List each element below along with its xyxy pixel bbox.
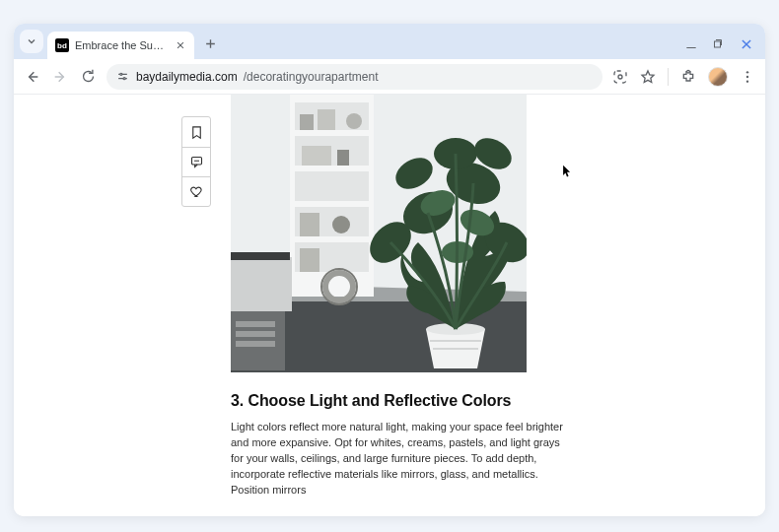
bookmark-star-button[interactable] bbox=[640, 69, 656, 85]
profile-avatar[interactable] bbox=[708, 67, 728, 87]
svg-rect-39 bbox=[300, 248, 319, 272]
close-window-button[interactable] bbox=[740, 37, 753, 51]
svg-point-20 bbox=[746, 80, 748, 82]
svg-rect-33 bbox=[318, 109, 335, 130]
page-content: 3. Choose Light and Reflective Colors Li… bbox=[14, 95, 765, 516]
mouse-cursor-icon bbox=[562, 165, 572, 178]
like-button[interactable] bbox=[182, 176, 210, 206]
tab-search-button[interactable] bbox=[20, 30, 43, 53]
svg-point-13 bbox=[123, 77, 125, 79]
maximize-button[interactable] bbox=[712, 37, 726, 51]
svg-rect-36 bbox=[337, 150, 349, 166]
svg-point-18 bbox=[746, 71, 748, 73]
address-bar[interactable]: baydailymedia.com/decoratingyourapartmen… bbox=[106, 64, 602, 90]
tab-title: Embrace the Sunshine: Dec bbox=[75, 39, 169, 51]
extensions-button[interactable] bbox=[680, 69, 696, 85]
lens-button[interactable] bbox=[612, 69, 628, 85]
article-action-rail bbox=[181, 116, 211, 207]
back-button[interactable] bbox=[24, 68, 41, 86]
bookmark-button[interactable] bbox=[182, 117, 210, 147]
minimize-button[interactable] bbox=[684, 37, 698, 51]
svg-marker-16 bbox=[642, 71, 654, 82]
toolbar-divider bbox=[668, 68, 669, 86]
site-settings-icon[interactable] bbox=[116, 70, 130, 84]
toolbar-right bbox=[612, 67, 755, 87]
svg-point-15 bbox=[618, 75, 622, 79]
svg-rect-43 bbox=[231, 252, 290, 260]
active-tab[interactable]: bd Embrace the Sunshine: Dec bbox=[47, 32, 194, 59]
svg-rect-46 bbox=[236, 331, 275, 337]
svg-rect-29 bbox=[295, 171, 369, 201]
svg-rect-47 bbox=[236, 341, 275, 347]
article-body: 3. Choose Light and Reflective Colors Li… bbox=[231, 392, 566, 499]
svg-rect-42 bbox=[231, 257, 292, 311]
svg-rect-35 bbox=[302, 146, 331, 166]
reload-button[interactable] bbox=[79, 68, 97, 86]
svg-rect-32 bbox=[300, 114, 314, 130]
browser-window: bd Embrace the Sunshine: Dec bbox=[14, 24, 765, 516]
url-host: baydailymedia.com bbox=[136, 70, 238, 84]
tab-strip: bd Embrace the Sunshine: Dec bbox=[14, 24, 765, 59]
new-tab-button[interactable] bbox=[198, 32, 222, 55]
svg-rect-14 bbox=[614, 71, 626, 83]
section-paragraph: Light colors reflect more natural light,… bbox=[231, 420, 566, 499]
forward-button[interactable] bbox=[51, 68, 69, 86]
svg-point-19 bbox=[746, 75, 748, 77]
comment-button[interactable] bbox=[182, 147, 210, 176]
url-path: /decoratingyourapartment bbox=[244, 70, 379, 84]
svg-rect-45 bbox=[236, 321, 275, 327]
tab-favicon: bd bbox=[55, 38, 69, 52]
article-image bbox=[231, 95, 527, 372]
svg-point-12 bbox=[120, 73, 122, 75]
menu-button[interactable] bbox=[740, 69, 755, 85]
tab-close-button[interactable] bbox=[175, 39, 186, 51]
svg-point-34 bbox=[346, 113, 362, 129]
window-controls bbox=[684, 37, 757, 51]
svg-point-38 bbox=[332, 216, 350, 233]
svg-rect-5 bbox=[715, 41, 721, 47]
svg-point-17 bbox=[687, 70, 690, 73]
toolbar: baydailymedia.com/decoratingyourapartmen… bbox=[14, 59, 765, 95]
section-heading: 3. Choose Light and Reflective Colors bbox=[231, 392, 566, 410]
svg-rect-37 bbox=[300, 213, 319, 236]
